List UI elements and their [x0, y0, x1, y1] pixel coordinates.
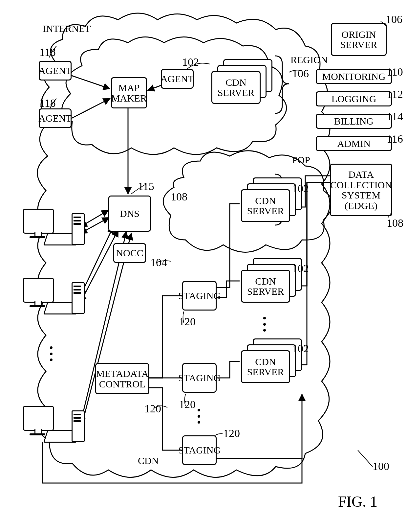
cdn-server-pop: CDN SERVER [241, 189, 290, 222]
agent-2: AGENT [39, 108, 72, 128]
staging-3: STAGING [182, 435, 217, 465]
metadata-control-box: METADATA CONTROL [95, 363, 149, 394]
agent-1: AGENT [39, 61, 72, 81]
cdn-server-region-label: CDN SERVER [218, 77, 255, 98]
staging-2: STAGING [182, 363, 217, 393]
svg-line-6 [80, 227, 113, 296]
cdn-server-3: CDN SERVER [241, 350, 290, 383]
ref-118-a: 118 [39, 46, 56, 58]
cdn-label: CDN [138, 455, 159, 466]
dns-box: DNS [108, 196, 151, 232]
ref-118-b: 118 [39, 97, 56, 109]
cdn-server-3-label: CDN SERVER [247, 357, 284, 377]
map-maker-box: MAP MAKER [111, 77, 147, 108]
agent-2-label: AGENT [38, 113, 72, 124]
cdn-server-pop-label: CDN SERVER [247, 196, 284, 216]
client-vdots: ••• [49, 345, 53, 363]
internet-label: INTERNET [43, 23, 91, 34]
cdn-server-2: CDN SERVER [241, 270, 290, 303]
region-label: REGION [290, 54, 328, 65]
ref-100: 100 [373, 460, 389, 473]
ref-104: 104 [150, 256, 167, 269]
ref-120-s3: 120 [223, 427, 240, 440]
agent-3-label: AGENT [161, 74, 194, 84]
metadata-control-label: METADATA CONTROL [96, 368, 148, 389]
pop-label: POP [292, 154, 310, 166]
svg-line-13 [358, 450, 373, 467]
ref-108-pop: 108 [171, 191, 187, 203]
staging-2-label: STAGING [178, 373, 221, 383]
nocc-box: NOCC [113, 243, 146, 263]
map-maker-label: MAP MAKER [111, 82, 147, 103]
dns-label: DNS [120, 208, 139, 219]
ref-115: 115 [138, 180, 154, 193]
ref-120-s2: 120 [179, 398, 196, 411]
staging-vdots: ••• [197, 407, 201, 426]
staging-1-label: STAGING [178, 290, 221, 301]
figure-caption: FIG. 1 [338, 493, 377, 510]
ref-102-region: 102 [182, 56, 199, 68]
staging-3-label: STAGING [178, 445, 221, 455]
ref-120-s1: 120 [179, 315, 196, 328]
svg-line-9 [80, 233, 131, 430]
agent-3: AGENT [161, 69, 194, 89]
ref-102-b: 102 [292, 262, 309, 275]
ref-106-region: 106 [292, 67, 309, 80]
nocc-label: NOCC [116, 248, 143, 258]
cdn-server-2-label: CDN SERVER [247, 276, 284, 297]
ref-102-c: 102 [292, 342, 309, 355]
cdn-server-region: CDN SERVER [211, 71, 261, 104]
ref-102-pop: 102 [292, 182, 309, 195]
cdn-server-vdots: ••• [263, 315, 267, 334]
staging-1: STAGING [182, 281, 217, 311]
agent-1-label: AGENT [38, 65, 72, 76]
ref-120-meta: 120 [144, 403, 161, 415]
